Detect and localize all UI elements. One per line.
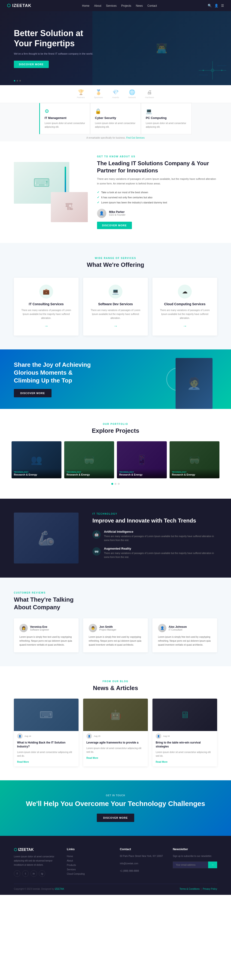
offering-card-1[interactable]: 💼 IT Consulting Services There are many … (14, 278, 79, 336)
hero-dot-3[interactable] (19, 80, 21, 81)
footer-link-3[interactable]: Products (67, 863, 111, 867)
footer-link-5[interactable]: Cloud Computing (67, 872, 111, 876)
project-card-0[interactable]: 👥 Technology Research & Energy (11, 441, 62, 478)
service-desc-3: Lorem ipsum dolor sit amet consectetur a… (146, 121, 187, 129)
news-card-3[interactable]: 🖥 👤 Aug 16 Bring to the table win-win su… (152, 698, 217, 767)
brand-icon-3: 💎 (112, 89, 119, 95)
social-facebook[interactable]: f (14, 870, 21, 877)
tech-item-title-1: Artificial Intelligence (104, 530, 217, 533)
social-linkedin[interactable]: in (30, 870, 37, 877)
brand-bar: 🏆 Partners 🏅 Sponsors 💎 Awards 🌐 Network… (0, 85, 231, 103)
search-icon[interactable]: 🔍 (208, 4, 212, 7)
nav-projects[interactable]: Projects (121, 4, 131, 7)
news-tag: From Our Blog (14, 680, 217, 682)
service-card-2[interactable]: 🔒 Cyber Security Lorem ipsum dolor sit a… (90, 103, 141, 134)
project-title-0: Research & Energy (14, 473, 59, 476)
logo[interactable]: ⬡ IZEETAK (7, 3, 32, 8)
footer-col-newsletter: Newsletter Sign up to subscribe to our n… (173, 847, 217, 877)
brand-icon-5: 🖨 (147, 89, 152, 95)
hero-cta-button[interactable]: DISCOVER MORE (14, 60, 49, 68)
proj-dot-3[interactable] (118, 483, 120, 485)
about-desc: There are many variations of passages of… (97, 177, 217, 186)
service-card-1[interactable]: ⚙ IT Management Lorem ipsum dolor sit am… (39, 103, 90, 134)
hero-section: 👨‍💻 Better Solution at Your Fingertips W… (0, 11, 231, 85)
footer-link-1[interactable]: Home (67, 854, 111, 859)
newsletter-input[interactable] (173, 862, 208, 868)
about-cta-button[interactable]: DISCOVER MORE (97, 222, 132, 229)
author-avatar: 👤 (97, 209, 106, 218)
project-card-2[interactable]: 📱 Technology Research & Energy (117, 441, 167, 478)
offering-desc-2: There are many variations of passages of… (89, 308, 142, 320)
service-title-2: Cyber Security (95, 116, 136, 119)
news-date-1: Aug 14 (24, 735, 31, 737)
footer-col-links: Links Home About Products Services Cloud… (67, 847, 111, 877)
offering-card-2[interactable]: 💻 Software Dev Services There are many v… (83, 278, 148, 336)
cta-banner: Share the Joy of Achieving Glorious Mome… (0, 349, 231, 409)
news-section: From Our Blog News & Articles ⌨ 👤 Aug 14… (0, 666, 231, 780)
nav-services[interactable]: Services (106, 4, 117, 7)
footer-copyright: Copyright © 2023 Izeetak. Designed by IZ… (14, 888, 64, 890)
news-read-more-2[interactable]: Read More (83, 756, 148, 762)
footer-designer-link[interactable]: IZEETAK (55, 888, 64, 890)
offering-link-2[interactable]: → (89, 324, 142, 329)
service-icon-2: 🔒 (95, 108, 136, 114)
about-author: 👤 Mike Parker CEO & Founder (97, 209, 217, 218)
proj-dot-1[interactable] (111, 483, 113, 485)
testimonial-3: 👤 Alex Johnson IT Consultant Lorem ipsum… (152, 618, 217, 652)
nav-home[interactable]: Home (82, 4, 89, 7)
project-card-1[interactable]: 🥽 Technology Research & Energy (64, 441, 114, 478)
service-desc-1: Lorem ipsum dolor sit amet consectetur a… (44, 121, 85, 129)
footer-link-4[interactable]: Services (67, 867, 111, 872)
service-card-3[interactable]: 💻 PC Computing Lorem ipsum dolor sit ame… (141, 103, 192, 134)
footer-logo: ⬡ IZEETAK (14, 847, 57, 852)
proj-dot-2[interactable] (115, 483, 116, 485)
about-images: ⌨ 🏗 (14, 162, 88, 222)
news-meta-3: 👤 Aug 16 (152, 731, 217, 740)
projects-title: Explore Projects (14, 427, 217, 434)
news-card-1[interactable]: ⌨ 👤 Aug 14 What is Holding Back the IT S… (14, 698, 79, 767)
tech-item-2: 🥽 Augmented Reality There are many varia… (92, 547, 217, 559)
cta-content: Share the Joy of Achieving Glorious Mome… (14, 361, 92, 397)
social-instagram[interactable]: ig (39, 870, 45, 877)
main-nav: ⬡ IZEETAK Home About Services Projects N… (0, 0, 231, 11)
newsletter-submit[interactable]: → (208, 862, 217, 868)
service-link[interactable]: Find Out Services (126, 137, 144, 139)
projects-grid: 👥 Technology Research & Energy 🥽 Technol… (14, 441, 217, 478)
news-read-more-3[interactable]: Read More (152, 760, 217, 767)
projects-tag: Our Portfolio (14, 423, 217, 425)
project-card-3[interactable]: 🥽 Technology Research & Energy (169, 441, 220, 478)
project-title-3: Research & Energy (172, 473, 217, 476)
nav-contact[interactable]: Contact (147, 4, 157, 7)
nav-about[interactable]: About (94, 4, 101, 7)
hero-dot-2[interactable] (17, 80, 18, 81)
offering-link-1[interactable]: → (19, 324, 73, 329)
cta-banner-button[interactable]: DISCOVER MORE (14, 389, 52, 397)
nav-news[interactable]: News (136, 4, 143, 7)
offering-link-3[interactable]: → (158, 324, 212, 329)
offerings-title: What We're Offering (14, 261, 217, 269)
footer-col-contact: Contact 60 Park Place Street New York, N… (120, 847, 163, 877)
news-card-2[interactable]: 🤖 👤 Aug 15 Leverage agile frameworks to … (83, 698, 148, 767)
t-avatar-1: 👩 (19, 624, 28, 632)
project-cat-1: Technology (66, 471, 112, 473)
footer-phone: +1 (888) 888-8888 (120, 869, 163, 873)
social-twitter[interactable]: t (22, 870, 28, 877)
hero-dot-1[interactable] (14, 80, 15, 81)
testimonial-1: 👩 Veronica Eve Software Engineer Lorem i… (14, 618, 79, 652)
offering-icon-2: 💻 (109, 285, 122, 299)
brand-label-2: Sponsors (94, 96, 103, 99)
menu-icon[interactable]: ☰ (221, 4, 224, 7)
offerings-tag: Wide Range of Services (14, 257, 217, 259)
testimonial-2: 👨 Jon Smith Project Manager Lorem ipsum … (83, 618, 148, 652)
footer-privacy-link[interactable]: Privacy Policy (203, 888, 217, 890)
offering-card-3[interactable]: ☁ Cloud Computing Services There are man… (152, 278, 217, 336)
brand-4: 🌐 Network (128, 89, 136, 99)
footer-link-2[interactable]: About (67, 859, 111, 863)
cta-bottom-button[interactable]: DISCOVER MORE (97, 814, 134, 822)
user-icon[interactable]: 👤 (214, 4, 218, 7)
t-text-1: Lorem ipsum is simply free text used by … (19, 635, 73, 647)
footer-terms-link[interactable]: Terms & Conditions (179, 888, 199, 890)
offerings-section: Wide Range of Services What We're Offeri… (0, 243, 231, 349)
cta-bottom-tag: Get In Touch (14, 794, 217, 797)
news-read-more-1[interactable]: Read More (14, 760, 79, 767)
